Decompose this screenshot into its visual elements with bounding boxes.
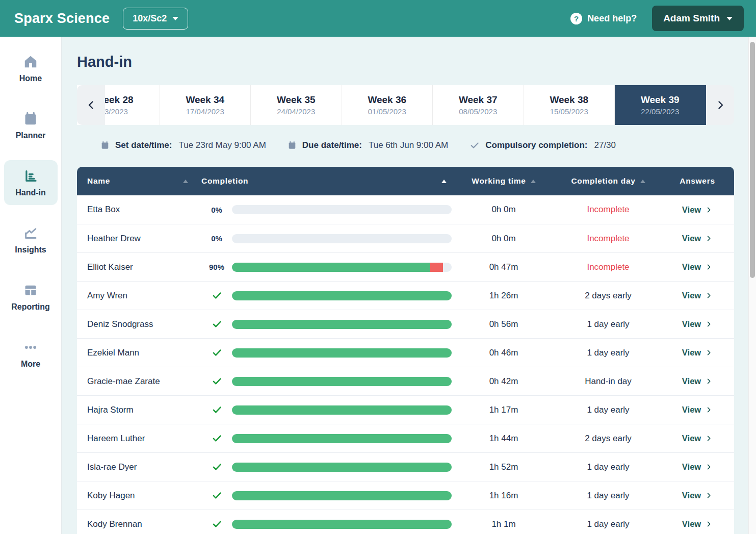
view-label: View (682, 491, 701, 500)
view-answers-link[interactable]: View (661, 319, 734, 329)
week-tab[interactable]: Week 36 01/05/2023 (342, 85, 433, 125)
sidebar-item-hand-in[interactable]: Hand-in (4, 160, 58, 205)
week-tab[interactable]: Week 37 08/05/2023 (433, 85, 524, 125)
progress-green (232, 434, 452, 443)
table-row: Gracie-mae Zarate 0h 42m Hand-in day Vie… (77, 367, 734, 395)
compulsory-completion-value: 27/30 (594, 140, 616, 150)
completion-day: 1 day early (556, 462, 661, 472)
table-row: Hajra Storm 1h 17m 1 day early View (77, 395, 734, 424)
view-answers-link[interactable]: View (661, 519, 734, 529)
progress-bar (232, 405, 452, 415)
view-answers-link[interactable]: View (661, 376, 734, 386)
sidebar-item-more[interactable]: More (4, 332, 58, 376)
complete-check-icon (212, 433, 222, 444)
chevron-right-icon (705, 263, 713, 271)
column-label: Answers (680, 176, 715, 186)
column-header-completion-day[interactable]: Completion day (556, 176, 661, 186)
user-menu-button[interactable]: Adam Smith (652, 6, 744, 31)
view-answers-link[interactable]: View (661, 262, 734, 272)
view-label: View (682, 462, 701, 472)
chevron-right-icon (705, 435, 713, 442)
complete-check-icon (212, 490, 222, 501)
table-row: Heather Drew 0% 0h 0m Incomplete View (77, 224, 734, 252)
working-time: 1h 17m (452, 405, 556, 415)
view-label: View (682, 434, 701, 443)
compulsory-completion-group: Compulsory completion: 27/30 (470, 140, 616, 150)
view-answers-link[interactable]: View (661, 405, 734, 415)
class-selector-label: 10x/Sc2 (133, 13, 167, 24)
sidebar-item-label: Reporting (11, 302, 50, 312)
table-row: Amy Wren 1h 26m 2 days early View (77, 281, 734, 310)
working-time: 0h 0m (452, 205, 556, 215)
class-selector-dropdown[interactable]: 10x/Sc2 (123, 8, 188, 30)
chevron-right-icon (705, 406, 713, 414)
student-name: Hareem Luther (77, 434, 201, 444)
progress-track (232, 491, 452, 500)
week-tab[interactable]: Week 39 22/05/2023 (615, 85, 706, 125)
completion-day: 1 day early (556, 405, 661, 415)
column-header-name[interactable]: Name (77, 176, 201, 186)
calendar-icon (100, 141, 110, 150)
week-tab[interactable]: Week 35 24/04/2023 (251, 85, 342, 125)
sidebar-item-home[interactable]: Home (4, 46, 58, 91)
working-time: 0h 42m (452, 376, 556, 387)
scrollbar-thumb[interactable] (750, 42, 755, 278)
set-date-label: Set date/time: (115, 140, 172, 150)
student-name: Hajra Storm (77, 405, 201, 415)
complete-check-icon (212, 290, 222, 301)
student-name: Koby Hagen (77, 491, 201, 501)
due-date-label: Due date/time: (302, 140, 362, 150)
week-tab-label: Week 39 (641, 94, 680, 106)
view-label: View (682, 262, 701, 272)
view-label: View (682, 319, 701, 329)
week-tab[interactable]: Week 38 15/05/2023 (524, 85, 615, 125)
chevron-right-icon (714, 99, 726, 111)
progress-bar (232, 377, 452, 386)
column-header-working-time[interactable]: Working time (452, 176, 556, 186)
working-time: 1h 44m (452, 434, 556, 444)
next-week-button[interactable] (706, 85, 734, 125)
view-answers-link[interactable]: View (661, 462, 734, 472)
complete-check-icon (212, 519, 222, 529)
week-tab-label: Week 34 (186, 94, 224, 106)
view-label: View (682, 348, 701, 358)
progress-bar (232, 520, 452, 529)
view-label: View (682, 376, 701, 386)
view-answers-link[interactable]: View (661, 234, 734, 243)
column-header-completion[interactable]: Completion (201, 176, 452, 186)
app-window: Sparx Science 10x/Sc2 ? Need help? Adam … (0, 0, 756, 534)
progress-bar (232, 463, 452, 472)
chevron-right-icon (705, 377, 713, 385)
view-answers-link[interactable]: View (661, 491, 734, 500)
working-time: 0h 0m (452, 234, 556, 244)
working-time: 0h 47m (452, 262, 556, 272)
working-time: 1h 16m (452, 491, 556, 501)
calendar-icon (23, 111, 38, 126)
progress-green (232, 491, 452, 500)
student-name: Deniz Snodgrass (77, 319, 201, 329)
sidebar-item-label: Insights (15, 245, 46, 255)
progress-track (232, 205, 452, 214)
chevron-right-icon (705, 463, 713, 471)
week-tab[interactable]: Week 34 17/04/2023 (160, 85, 251, 125)
prev-week-button[interactable] (77, 85, 105, 125)
sidebar-item-insights[interactable]: Insights (4, 217, 58, 262)
sidebar-item-label: Hand-in (15, 188, 46, 197)
progress-track (232, 405, 452, 415)
column-header-answers: Answers (661, 176, 734, 186)
view-label: View (682, 234, 701, 243)
complete-check-icon (212, 347, 222, 358)
week-tab-label: Week 35 (277, 94, 316, 106)
view-answers-link[interactable]: View (661, 434, 734, 443)
table-row: Deniz Snodgrass 0h 56m 1 day early View (77, 310, 734, 338)
student-name: Amy Wren (77, 291, 201, 301)
progress-track (232, 263, 452, 272)
progress-green (232, 263, 430, 272)
view-answers-link[interactable]: View (661, 291, 734, 300)
view-answers-link[interactable]: View (661, 205, 734, 215)
week-tabs-clip: Week 28 03/2023 Week 34 17/04/2023 Week … (77, 85, 734, 125)
sidebar-item-planner[interactable]: Planner (4, 103, 58, 148)
need-help-button[interactable]: ? Need help? (570, 13, 637, 24)
sidebar-item-reporting[interactable]: Reporting (4, 274, 58, 319)
view-answers-link[interactable]: View (661, 348, 734, 358)
